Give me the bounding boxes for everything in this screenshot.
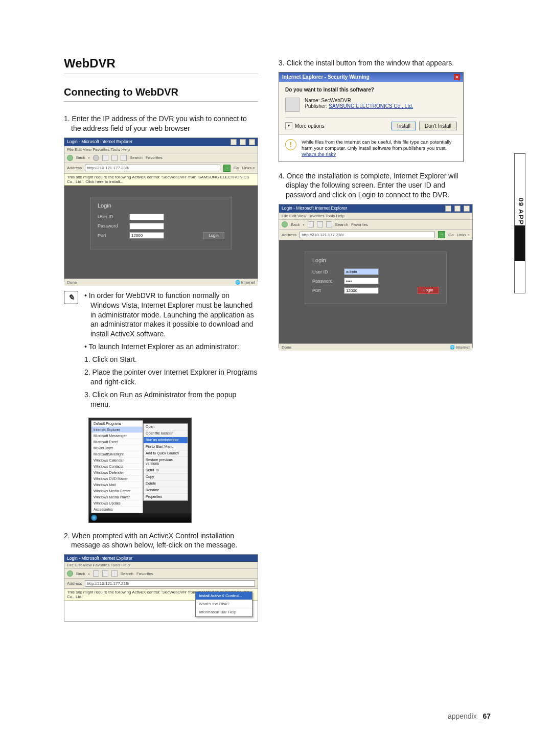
whats-the-risk-item[interactable]: What's the Risk? bbox=[196, 600, 252, 608]
list-item[interactable]: Windows Mail bbox=[91, 482, 143, 488]
login-button[interactable]: Login bbox=[203, 232, 224, 239]
login-button[interactable]: Login bbox=[418, 287, 439, 294]
favorites-label[interactable]: Favorites bbox=[351, 222, 368, 227]
menubar[interactable]: File Edit View Favorites Tools Help bbox=[279, 213, 472, 220]
status-zone: Internet bbox=[241, 280, 255, 285]
refresh-icon[interactable] bbox=[102, 570, 108, 577]
stop-icon[interactable] bbox=[93, 570, 99, 577]
search-label[interactable]: Search bbox=[121, 571, 133, 576]
screenshot-start-menu: Default Programs Internet Explorer Micro… bbox=[88, 418, 192, 523]
back-icon[interactable] bbox=[282, 221, 288, 227]
port-input[interactable]: 12000 bbox=[129, 232, 164, 239]
publisher-link[interactable]: SAMSUNG ELECTRONICS Co., Ltd. bbox=[329, 103, 413, 109]
list-item[interactable]: Microsoft Messenger bbox=[91, 433, 143, 439]
home-icon[interactable] bbox=[111, 570, 118, 577]
information-bar[interactable]: This site might require the following Ac… bbox=[64, 174, 258, 186]
ctx-quick[interactable]: Add to Quick Launch bbox=[144, 450, 188, 457]
forward-icon[interactable] bbox=[93, 155, 99, 161]
close-icon[interactable]: × bbox=[464, 205, 470, 212]
back-icon[interactable] bbox=[67, 570, 73, 577]
ctx-open[interactable]: Open bbox=[144, 424, 188, 430]
address-input[interactable]: http://210.121.177.238/ bbox=[300, 232, 435, 238]
userid-input[interactable] bbox=[129, 214, 164, 220]
password-input[interactable] bbox=[129, 223, 164, 230]
address-input[interactable]: http://210.121.177.238/ bbox=[85, 580, 255, 587]
home-icon[interactable] bbox=[326, 221, 332, 227]
favorites-label[interactable]: Favorites bbox=[136, 571, 153, 576]
minimize-icon[interactable]: _ bbox=[231, 139, 237, 145]
refresh-icon[interactable] bbox=[317, 221, 323, 227]
stop-icon[interactable] bbox=[102, 155, 108, 161]
ctx-open-loc[interactable]: Open file location bbox=[144, 430, 188, 437]
minimize-icon[interactable]: _ bbox=[445, 205, 451, 212]
ctx-restore[interactable]: Restore previous versions bbox=[144, 457, 188, 467]
section-title: Connecting to WebDVR bbox=[64, 86, 258, 98]
list-item[interactable]: Windows Contacts bbox=[91, 464, 143, 470]
list-item[interactable]: Windows Defender bbox=[91, 470, 143, 476]
status-zone: Internet bbox=[456, 345, 470, 350]
more-options-toggle[interactable]: ▾ More options bbox=[285, 122, 325, 129]
info-bar-help-item[interactable]: Information Bar Help bbox=[196, 608, 252, 616]
list-item[interactable]: Internet Explorer bbox=[91, 427, 143, 433]
home-icon[interactable] bbox=[121, 155, 127, 161]
list-item[interactable]: MoviePlayer bbox=[91, 445, 143, 451]
back-icon[interactable] bbox=[67, 155, 73, 161]
links-label[interactable]: Links » bbox=[242, 166, 255, 170]
maximize-icon[interactable]: □ bbox=[454, 205, 461, 212]
favorites-label[interactable]: Favorites bbox=[146, 155, 163, 160]
list-item[interactable]: Accessories bbox=[91, 507, 143, 513]
refresh-icon[interactable] bbox=[111, 155, 118, 161]
ctx-rename[interactable]: Rename bbox=[144, 487, 188, 494]
search-label[interactable]: Search bbox=[130, 155, 143, 160]
step-1-text: 1. Enter the IP address of the DVR you w… bbox=[64, 114, 258, 133]
install-button[interactable]: Install bbox=[392, 122, 416, 130]
risk-link[interactable]: What's the risk? bbox=[302, 151, 336, 157]
install-activex-item[interactable]: Install ActiveX Control... bbox=[196, 592, 252, 600]
taskbar bbox=[89, 513, 191, 522]
search-label[interactable]: Search bbox=[335, 222, 348, 227]
links-label[interactable]: Links » bbox=[457, 233, 470, 237]
password-input[interactable]: •••• bbox=[344, 278, 379, 284]
list-item[interactable]: Windows Calendar bbox=[91, 457, 143, 464]
list-item[interactable]: Microsoft Excel bbox=[91, 439, 143, 445]
toolbar[interactable]: Back • Search Favorites bbox=[279, 220, 472, 230]
menubar[interactable]: File Edit View Favorites Tools Help bbox=[64, 562, 258, 569]
ctx-sendto[interactable]: Send To bbox=[144, 467, 188, 474]
note-block: ✎ • In order for WebDVR to function norm… bbox=[64, 291, 258, 413]
ctx-properties[interactable]: Properties bbox=[144, 494, 188, 500]
dont-install-button[interactable]: Don't Install bbox=[419, 122, 457, 130]
go-button[interactable]: → bbox=[438, 231, 445, 238]
list-item[interactable]: Windows Update bbox=[91, 500, 143, 507]
password-label: Password bbox=[312, 279, 339, 284]
stop-icon[interactable] bbox=[308, 221, 314, 227]
ctx-pin[interactable]: Pin to Start Menu bbox=[144, 444, 188, 450]
address-label: Address bbox=[282, 233, 296, 237]
ctx-delete[interactable]: Delete bbox=[144, 480, 188, 487]
ctx-run-as-admin[interactable]: Run as administrator bbox=[144, 437, 188, 444]
address-input[interactable]: http://210.121.177.238/ bbox=[85, 165, 220, 171]
status-done: Done bbox=[67, 280, 77, 285]
note-sub-1: 1. Click on Start. bbox=[84, 355, 258, 364]
menubar[interactable]: File Edit View Favorites Tools Help bbox=[64, 146, 258, 153]
toolbar[interactable]: Back • Search Favorites bbox=[64, 153, 258, 163]
sidetab-marker bbox=[515, 225, 525, 261]
toolbar[interactable]: Back • Search Favorites bbox=[64, 569, 258, 579]
userid-input[interactable]: admin bbox=[344, 268, 379, 275]
list-item[interactable]: Windows DVD Maker bbox=[91, 476, 143, 482]
page-title: WebDVR bbox=[64, 56, 258, 71]
note-bullet-2: • To launch Internet Explorer as an admi… bbox=[84, 342, 258, 352]
port-input[interactable]: 12000 bbox=[344, 287, 379, 294]
close-icon[interactable]: × bbox=[249, 139, 255, 145]
back-label: Back bbox=[291, 222, 300, 227]
list-item[interactable]: Windows Media Center bbox=[91, 488, 143, 494]
rule bbox=[64, 74, 258, 74]
context-menu: Open Open file location Run as administr… bbox=[143, 423, 188, 501]
address-bar: Address http://210.121.177.238/ bbox=[64, 579, 258, 589]
ctx-copy[interactable]: Copy bbox=[144, 474, 188, 480]
go-button[interactable]: → bbox=[223, 165, 231, 172]
start-orb-icon[interactable] bbox=[91, 515, 97, 521]
close-icon[interactable]: × bbox=[454, 74, 460, 80]
maximize-icon[interactable]: □ bbox=[240, 139, 246, 145]
list-item[interactable]: MicrosoftSilverlight bbox=[91, 451, 143, 457]
list-item[interactable]: Windows Media Player bbox=[91, 494, 143, 500]
